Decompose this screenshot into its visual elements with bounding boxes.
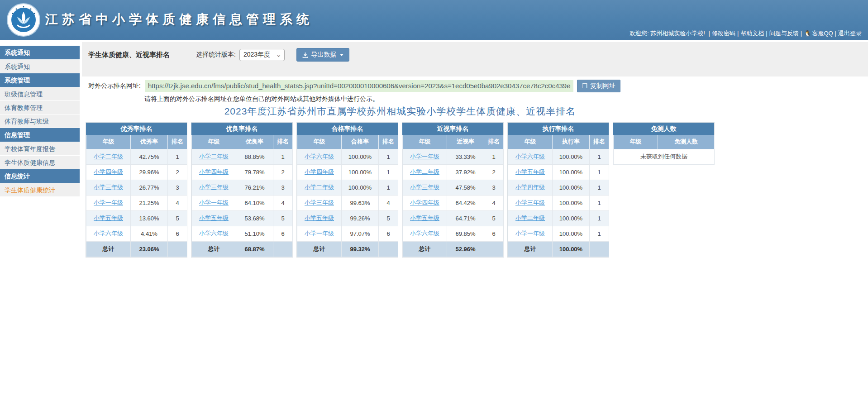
sidebar-item-体育教师与班级[interactable]: 体育教师与班级 <box>0 115 80 128</box>
grade-link-小学五年级[interactable]: 小学五年级 <box>94 215 123 221</box>
grade-link-小学一年级[interactable]: 小学一年级 <box>94 199 123 206</box>
table-row: 小学五年级100.00%1 <box>508 164 609 180</box>
grade-link-小学四年级[interactable]: 小学四年级 <box>410 199 439 206</box>
table-row: 小学四年级79.78%2 <box>192 164 293 180</box>
header-link-帮助文档[interactable]: 帮助文档 <box>740 30 764 37</box>
grade-link-小学五年级[interactable]: 小学五年级 <box>305 215 334 221</box>
table-row: 小学一年级100.00%1 <box>508 226 609 241</box>
grade-cell: 小学二年级 <box>192 149 236 164</box>
rank-cell: 1 <box>590 149 609 164</box>
grade-link-小学一年级[interactable]: 小学一年级 <box>515 230 545 237</box>
grade-cell: 小学二年级 <box>508 210 553 226</box>
sidebar-item-系统通知[interactable]: 系统通知 <box>0 60 80 73</box>
app-title: 江苏省中小学体质健康信息管理系统 <box>45 11 313 28</box>
sidebar-section-信息管理[interactable]: 信息管理 <box>0 128 80 142</box>
rank-cell: 3 <box>273 180 293 195</box>
rank-table-优良率排名: 优良率排名年级优良率排名小学二年级88.85%1小学四年级79.78%2小学三年… <box>191 122 293 258</box>
grade-link-小学一年级[interactable]: 小学一年级 <box>410 153 439 160</box>
grade-link-小学四年级[interactable]: 小学四年级 <box>515 184 545 191</box>
grade-link-小学一年级[interactable]: 小学一年级 <box>305 230 334 237</box>
sidebar-section-信息统计[interactable]: 信息统计 <box>0 169 80 183</box>
column-header-排名: 排名 <box>484 135 504 149</box>
grade-link-小学二年级[interactable]: 小学二年级 <box>305 184 334 191</box>
grade-cell: 小学五年级 <box>86 210 131 226</box>
ranking-main-title: 2023年度江苏省苏州市直属学校苏州相城实验小学校学生体质健康、近视率排名 <box>86 105 715 118</box>
sidebar-item-班级信息管理[interactable]: 班级信息管理 <box>0 87 80 101</box>
sidebar-item-学生体质健康信息[interactable]: 学生体质健康信息 <box>0 156 80 169</box>
rank-table-优秀率排名: 优秀率排名年级优秀率排名小学二年级42.75%1小学四年级29.96%2小学三年… <box>86 122 187 258</box>
column-header-年级: 年级 <box>403 135 447 149</box>
total-row: 总计23.06% <box>86 241 187 257</box>
sidebar-item-学生体质健康统计[interactable]: 学生体质健康统计 <box>0 183 80 197</box>
rate-cell: 88.85% <box>236 149 273 164</box>
column-header-免测人数: 免测人数 <box>658 135 715 149</box>
copy-icon: ❐ <box>582 83 588 89</box>
grade-link-小学二年级[interactable]: 小学二年级 <box>199 153 229 160</box>
rank-table-title: 优良率排名 <box>191 123 292 135</box>
grade-link-小学三年级[interactable]: 小学三年级 <box>305 199 334 206</box>
rate-cell: 99.26% <box>342 210 379 226</box>
version-select[interactable]: 2023年度 ⌄ <box>239 49 285 61</box>
grade-cell: 小学一年级 <box>403 149 447 164</box>
rank-cell: 4 <box>379 195 398 210</box>
grade-link-小学三年级[interactable]: 小学三年级 <box>515 199 545 206</box>
grade-link-小学五年级[interactable]: 小学五年级 <box>199 215 229 221</box>
main-content: 学生体质健康、近视率排名 选择统计版本: 2023年度 ⌄ 导出数据 对外公示排… <box>82 40 868 258</box>
table-row: 小学三年级99.63%4 <box>297 195 398 210</box>
rate-cell: 69.85% <box>447 226 484 241</box>
rank-table-title: 近视率排名 <box>402 123 503 135</box>
grade-link-小学二年级[interactable]: 小学二年级 <box>515 215 545 221</box>
header-link-修改密码[interactable]: 修改密码 <box>712 30 735 37</box>
grade-link-小学三年级[interactable]: 小学三年级 <box>410 184 439 191</box>
column-header-排名: 排名 <box>273 135 293 149</box>
grade-link-小学四年级[interactable]: 小学四年级 <box>199 168 229 175</box>
grade-link-小学六年级[interactable]: 小学六年级 <box>199 230 229 237</box>
sidebar-section-系统通知[interactable]: 系统通知 <box>0 46 80 60</box>
rate-cell: 4.41% <box>131 226 168 241</box>
rate-cell: 100.00% <box>553 210 590 226</box>
rank-cell: 3 <box>484 180 504 195</box>
table-row: 小学六年级51.10%6 <box>192 226 293 241</box>
grade-link-小学五年级[interactable]: 小学五年级 <box>515 168 545 175</box>
column-header-优良率: 优良率 <box>236 135 273 149</box>
app-header: 江苏省中小学体质健康信息管理系统 欢迎您: 苏州相城实验小学校! |修改密码|帮… <box>0 0 868 40</box>
grade-link-小学六年级[interactable]: 小学六年级 <box>410 230 439 237</box>
table-row: 小学三年级26.77%3 <box>86 180 187 195</box>
grade-link-小学三年级[interactable]: 小学三年级 <box>94 184 123 191</box>
grade-link-小学二年级[interactable]: 小学二年级 <box>410 168 439 175</box>
grade-link-小学一年级[interactable]: 小学一年级 <box>199 199 229 206</box>
copy-url-label: 复制网址 <box>590 82 615 90</box>
sidebar-item-学校体育年度报告[interactable]: 学校体育年度报告 <box>0 142 80 156</box>
sidebar-item-体育教师管理[interactable]: 体育教师管理 <box>0 101 80 115</box>
rank-cell: 6 <box>379 226 398 241</box>
rate-cell: 76.21% <box>236 180 273 195</box>
export-data-button[interactable]: 导出数据 <box>296 48 349 62</box>
rank-cell: 6 <box>484 226 504 241</box>
grade-link-小学五年级[interactable]: 小学五年级 <box>410 215 439 221</box>
rate-cell: 100.00% <box>342 149 379 164</box>
grade-link-小学六年级[interactable]: 小学六年级 <box>515 153 545 160</box>
rate-cell: 79.78% <box>236 164 273 180</box>
grade-link-小学四年级[interactable]: 小学四年级 <box>94 168 123 175</box>
rank-cell: 5 <box>379 210 398 226</box>
table-row: 小学一年级64.10%4 <box>192 195 293 210</box>
grade-cell: 小学一年级 <box>86 195 131 210</box>
rate-cell: 64.71% <box>447 210 484 226</box>
header-link-问题与反馈[interactable]: 问题与反馈 <box>769 30 799 37</box>
grade-link-小学六年级[interactable]: 小学六年级 <box>94 230 123 237</box>
table-row: 小学三年级76.21%3 <box>192 180 293 195</box>
sidebar-section-系统管理[interactable]: 系统管理 <box>0 73 80 87</box>
grade-link-小学六年级[interactable]: 小学六年级 <box>305 153 334 160</box>
header-link-退出登录[interactable]: 退出登录 <box>838 30 862 37</box>
table-row: 小学三年级47.58%3 <box>403 180 504 195</box>
rank-cell: 1 <box>590 164 609 180</box>
column-header-优秀率: 优秀率 <box>131 135 168 149</box>
publish-url-label: 对外公示排名网址: <box>88 82 141 90</box>
header-link-客服QQ[interactable]: 🐧客服QQ <box>804 30 833 37</box>
grade-link-小学三年级[interactable]: 小学三年级 <box>199 184 229 191</box>
grade-link-小学二年级[interactable]: 小学二年级 <box>94 153 123 160</box>
grade-link-小学四年级[interactable]: 小学四年级 <box>305 168 334 175</box>
version-selected-value: 2023年度 <box>243 51 270 59</box>
copy-url-button[interactable]: ❐ 复制网址 <box>577 80 621 92</box>
rank-cell: 1 <box>379 164 398 180</box>
